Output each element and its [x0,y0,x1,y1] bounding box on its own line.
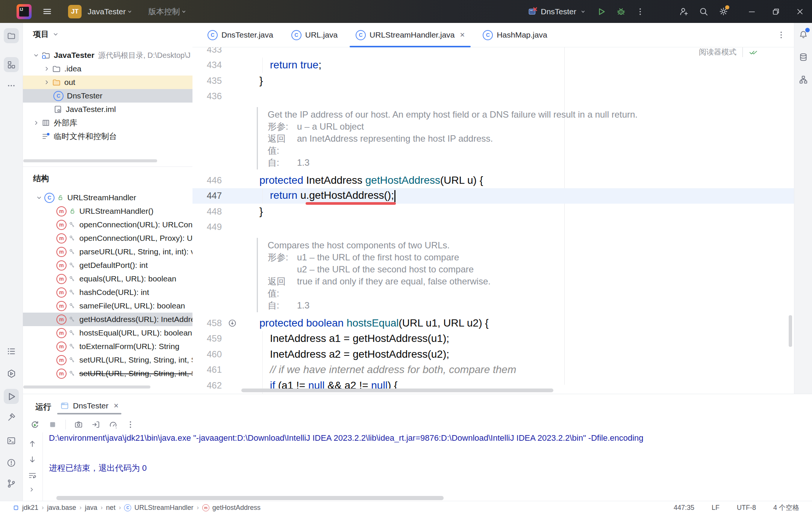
console-horizontal-scrollbar[interactable] [56,496,444,500]
project-badge[interactable]: JT [68,5,82,18]
tab-options-icon[interactable] [777,30,786,39]
capture-snapshot-icon[interactable] [74,420,83,429]
code-viewport[interactable]: 433434return true;435}436Get the IP addr… [192,47,794,394]
code-line[interactable]: 435} [192,73,794,89]
notifications-button[interactable] [797,29,809,41]
close-icon[interactable]: × [460,30,465,40]
build-tool-icon[interactable] [4,410,19,425]
code-line[interactable]: 447return u.getHostAddress(); [192,188,794,204]
structure-tree-item[interactable]: mhostsEqual(URL, URL): boolean [23,326,192,340]
project-tree-item[interactable]: out [23,76,192,89]
overridden-marker-icon[interactable] [228,318,237,330]
file-encoding[interactable]: UTF-8 [737,504,756,512]
project-tree-item[interactable]: 临时文件和控制台 [23,130,192,143]
caret-position[interactable]: 447:35 [674,504,694,512]
code-line[interactable]: 434return true; [192,57,794,73]
more-tools-icon[interactable] [4,78,19,93]
chevron-down-icon[interactable] [180,8,188,15]
editor-tab[interactable]: CURLStreamHandler.java× [347,23,474,47]
structure-tree-item[interactable]: mequals(URL, URL): boolean [23,272,192,286]
database-tool-icon[interactable] [797,51,809,63]
search-everywhere-icon[interactable] [698,6,709,17]
terminal-tool-icon[interactable] [4,433,19,448]
close-button[interactable] [788,0,812,23]
editor-horizontal-scrollbar[interactable] [241,389,553,392]
code-line[interactable]: 448} [192,204,794,219]
editor-tab[interactable]: CDnsTester.java [198,23,282,47]
editor-tab[interactable]: CHashMap.java [474,23,556,47]
run-tool-icon[interactable] [4,389,19,404]
structure-tree-item[interactable]: msetURL(URL, String, String, int, String… [23,353,192,367]
import-test-results-icon[interactable] [91,420,100,429]
run-configuration-selector[interactable]: DnsTester [528,7,587,17]
run-button[interactable] [597,7,606,17]
prev-occurrence-icon[interactable] [28,439,37,448]
settings-button[interactable] [718,6,729,17]
console-output[interactable]: D:\environment\java\jdk21\bin\java.exe "… [49,432,812,496]
project-name[interactable]: JavaTester [88,7,126,16]
breadcrumb[interactable]: net [106,504,115,512]
debug-button[interactable] [616,7,626,17]
close-icon[interactable]: × [114,401,119,411]
breadcrumb[interactable]: CURLStreamHandler [124,504,193,512]
structure-tree-item[interactable]: CURLStreamHandler [23,191,192,204]
structure-horizontal-scrollbar[interactable] [23,386,150,389]
next-occurrence-icon[interactable] [28,455,37,464]
hierarchy-tool-icon[interactable] [797,74,809,86]
structure-tree-item[interactable]: mhashCode(URL): int [23,286,192,299]
inspections-ok-icon[interactable] [749,48,758,57]
project-tree-item[interactable]: 外部库 [23,116,192,130]
chevron-down-icon[interactable] [126,8,133,15]
code-line[interactable]: 458protected boolean hostsEqual(URL u1, … [192,315,794,331]
structure-tree-item[interactable]: msameFile(URL, URL): boolean [23,299,192,313]
editor-tab[interactable]: CURL.java [282,23,347,47]
structure-tree-item[interactable]: mgetHostAddress(URL): InetAddress [23,313,192,326]
minimize-button[interactable] [740,0,764,23]
code-line[interactable]: 460InetAddress a2 = getHostAddress(u2); [192,346,794,362]
editor-vertical-scrollbar[interactable] [789,315,792,347]
breadcrumb[interactable]: jdk21 [13,504,38,512]
line-ending[interactable]: LF [712,504,720,512]
breadcrumb[interactable]: mgetHostAddress [202,504,261,512]
indent-setting[interactable]: 4 个空格 [773,503,799,512]
stop-button[interactable] [48,420,57,429]
project-horizontal-scrollbar[interactable] [23,159,157,162]
structure-panel-title[interactable]: 结构 [33,173,49,184]
project-panel-title[interactable]: 项目 [33,29,59,39]
project-tool-icon[interactable] [4,28,19,43]
run-tab[interactable]: DnsTester × [57,397,121,414]
project-tree-item[interactable]: CDnsTester [23,89,192,103]
code-line[interactable]: 436 [192,89,794,104]
services-tool-icon[interactable] [4,366,19,381]
more-actions-icon[interactable] [126,420,135,429]
project-tree-item[interactable]: JavaTester源代码根目录, D:\Desktop\J [23,48,192,62]
rerun-button[interactable] [30,420,40,429]
vcs-menu[interactable]: 版本控制 [148,6,180,17]
structure-tree-item[interactable]: msetURL(URL, String, String, int, String… [23,367,192,380]
reader-mode-widget[interactable]: 阅读器模式 [699,47,758,57]
breadcrumb[interactable]: java [85,504,97,512]
project-tree-item[interactable]: JavaTester.iml [23,103,192,116]
structure-tree-item[interactable]: mgetDefaultPort(): int [23,259,192,272]
structure-tool-icon[interactable] [4,57,19,72]
structure-tree-item[interactable]: mURLStreamHandler() [23,204,192,218]
structure-tree-item[interactable]: mtoExternalForm(URL): String [23,340,192,353]
code-line[interactable]: 446protected InetAddress getHostAddress(… [192,172,794,188]
expand-icon[interactable] [28,486,35,493]
structure-tree-item[interactable]: mparseURL(URL, String, int, int): void [23,245,192,259]
code-line[interactable]: 459InetAddress a1 = getHostAddress(u1); [192,331,794,347]
code-line[interactable]: 449 [192,219,794,235]
project-tree-item[interactable]: .idea [23,62,192,76]
structure-tree-item[interactable]: mopenConnection(URL): URLConnection [23,218,192,231]
add-user-icon[interactable] [679,6,689,17]
soft-wrap-icon[interactable] [28,471,37,480]
restore-button[interactable] [764,0,788,23]
code-line[interactable]: 461// if we have internet address for bo… [192,362,794,378]
profiler-icon[interactable] [109,420,118,429]
problems-tool-icon[interactable] [4,455,19,470]
more-actions-icon[interactable] [636,7,645,16]
version-control-tool-icon[interactable] [4,476,19,491]
main-menu-icon[interactable] [42,6,52,17]
structure-tree-item[interactable]: mopenConnection(URL, Proxy): URLConnecti… [23,231,192,245]
todo-tool-icon[interactable] [4,344,19,359]
